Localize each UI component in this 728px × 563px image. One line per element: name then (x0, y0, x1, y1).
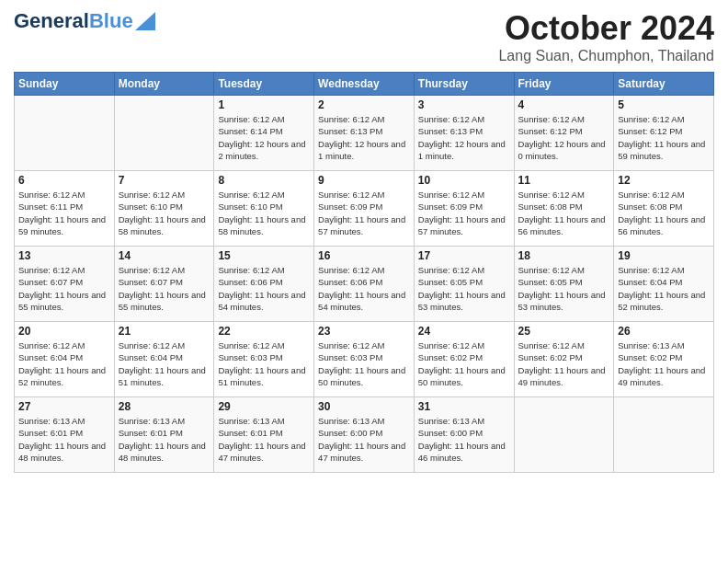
cell-info: Sunrise: 6:12 AM Sunset: 6:10 PM Dayligh… (119, 189, 210, 237)
col-sunday: Sunday (15, 73, 115, 96)
sunset: Sunset: 6:05 PM (418, 277, 483, 287)
day-number: 25 (518, 325, 610, 338)
cell-info: Sunrise: 6:13 AM Sunset: 6:01 PM Dayligh… (119, 415, 210, 464)
cell-info: Sunrise: 6:12 AM Sunset: 6:11 PM Dayligh… (18, 189, 110, 237)
day-number: 21 (119, 325, 210, 338)
day-number: 30 (318, 400, 410, 413)
day-number: 3 (418, 98, 510, 111)
cell-1-3: 9 Sunrise: 6:12 AM Sunset: 6:09 PM Dayli… (314, 171, 415, 247)
week-row-4: 27 Sunrise: 6:13 AM Sunset: 6:01 PM Dayl… (15, 397, 714, 473)
sunrise: Sunrise: 6:12 AM (218, 340, 284, 350)
sunrise: Sunrise: 6:13 AM (318, 416, 384, 426)
cell-0-0 (15, 96, 115, 171)
daylight: Daylight: 12 hours and 2 minutes. (218, 139, 305, 161)
daylight: Daylight: 11 hours and 55 minutes. (18, 290, 106, 312)
sunrise: Sunrise: 6:13 AM (218, 416, 284, 426)
cell-0-6: 5 Sunrise: 6:12 AM Sunset: 6:12 PM Dayli… (614, 96, 714, 171)
sunset: Sunset: 6:00 PM (418, 428, 483, 438)
sunrise: Sunrise: 6:12 AM (518, 340, 585, 350)
cell-info: Sunrise: 6:12 AM Sunset: 6:05 PM Dayligh… (518, 264, 610, 313)
day-number: 27 (18, 400, 110, 413)
week-row-2: 13 Sunrise: 6:12 AM Sunset: 6:07 PM Dayl… (15, 247, 714, 322)
cell-info: Sunrise: 6:12 AM Sunset: 6:02 PM Dayligh… (418, 339, 510, 388)
sunset: Sunset: 6:12 PM (618, 126, 682, 136)
cell-0-1 (114, 96, 214, 171)
sunrise: Sunrise: 6:12 AM (518, 114, 585, 124)
sunrise: Sunrise: 6:12 AM (318, 190, 384, 200)
sunrise: Sunrise: 6:12 AM (518, 265, 585, 275)
sunrise: Sunrise: 6:12 AM (119, 340, 185, 350)
sunset: Sunset: 6:04 PM (18, 352, 83, 362)
daylight: Daylight: 11 hours and 57 minutes. (418, 214, 506, 236)
cell-info: Sunrise: 6:12 AM Sunset: 6:13 PM Dayligh… (318, 113, 410, 162)
sunrise: Sunrise: 6:13 AM (119, 416, 185, 426)
cell-info: Sunrise: 6:12 AM Sunset: 6:12 PM Dayligh… (518, 113, 610, 162)
daylight: Daylight: 11 hours and 54 minutes. (218, 290, 305, 312)
cell-info: Sunrise: 6:13 AM Sunset: 6:00 PM Dayligh… (318, 415, 410, 464)
sunset: Sunset: 6:05 PM (518, 277, 583, 287)
daylight: Daylight: 11 hours and 59 minutes. (618, 139, 705, 161)
cell-info: Sunrise: 6:12 AM Sunset: 6:04 PM Dayligh… (18, 339, 110, 388)
sunset: Sunset: 6:08 PM (518, 201, 583, 212)
sunset: Sunset: 6:02 PM (418, 352, 483, 362)
sunset: Sunset: 6:12 PM (518, 126, 583, 136)
day-number: 19 (618, 249, 710, 262)
cell-info: Sunrise: 6:12 AM Sunset: 6:08 PM Dayligh… (518, 189, 610, 237)
sunrise: Sunrise: 6:12 AM (119, 190, 185, 200)
cell-2-1: 14 Sunrise: 6:12 AM Sunset: 6:07 PM Dayl… (114, 247, 214, 322)
day-number: 4 (518, 98, 610, 111)
sunset: Sunset: 6:13 PM (318, 126, 382, 136)
sunset: Sunset: 6:00 PM (318, 428, 382, 438)
sunset: Sunset: 6:02 PM (518, 352, 583, 362)
col-thursday: Thursday (414, 73, 514, 96)
col-friday: Friday (514, 73, 614, 96)
cell-2-0: 13 Sunrise: 6:12 AM Sunset: 6:07 PM Dayl… (15, 247, 115, 322)
sunrise: Sunrise: 6:12 AM (119, 265, 185, 275)
cell-3-5: 25 Sunrise: 6:12 AM Sunset: 6:02 PM Dayl… (514, 322, 614, 397)
daylight: Daylight: 11 hours and 52 minutes. (18, 365, 106, 387)
sunset: Sunset: 6:10 PM (218, 201, 282, 212)
cell-1-6: 12 Sunrise: 6:12 AM Sunset: 6:08 PM Dayl… (614, 171, 714, 247)
sunrise: Sunrise: 6:12 AM (318, 114, 384, 124)
week-row-0: 1 Sunrise: 6:12 AM Sunset: 6:14 PM Dayli… (15, 96, 714, 171)
day-number: 11 (518, 174, 610, 187)
cell-3-1: 21 Sunrise: 6:12 AM Sunset: 6:04 PM Dayl… (114, 322, 214, 397)
cell-4-2: 29 Sunrise: 6:13 AM Sunset: 6:01 PM Dayl… (214, 397, 314, 473)
main-container: General Blue October 2024 Lang Suan, Chu… (0, 0, 728, 477)
day-number: 31 (418, 400, 510, 413)
sunrise: Sunrise: 6:12 AM (418, 340, 484, 350)
cell-4-4: 31 Sunrise: 6:13 AM Sunset: 6:00 PM Dayl… (414, 397, 514, 473)
location-title: Lang Suan, Chumphon, Thailand (498, 48, 714, 64)
cell-4-0: 27 Sunrise: 6:13 AM Sunset: 6:01 PM Dayl… (15, 397, 115, 473)
col-tuesday: Tuesday (214, 73, 314, 96)
day-number: 15 (218, 249, 310, 262)
day-number: 2 (318, 98, 410, 111)
cell-0-2: 1 Sunrise: 6:12 AM Sunset: 6:14 PM Dayli… (214, 96, 314, 171)
cell-info: Sunrise: 6:12 AM Sunset: 6:02 PM Dayligh… (518, 339, 610, 388)
logo-blue: Blue (89, 9, 133, 33)
daylight: Daylight: 11 hours and 46 minutes. (418, 441, 506, 463)
sunset: Sunset: 6:07 PM (119, 277, 183, 287)
sunrise: Sunrise: 6:12 AM (618, 114, 684, 124)
header: General Blue October 2024 Lang Suan, Chu… (14, 9, 714, 64)
daylight: Daylight: 11 hours and 56 minutes. (618, 214, 705, 236)
daylight: Daylight: 11 hours and 55 minutes. (119, 290, 206, 312)
cell-info: Sunrise: 6:12 AM Sunset: 6:07 PM Dayligh… (119, 264, 210, 313)
cell-3-2: 22 Sunrise: 6:12 AM Sunset: 6:03 PM Dayl… (214, 322, 314, 397)
logo-general: General (14, 9, 89, 33)
sunset: Sunset: 6:01 PM (218, 428, 282, 438)
sunrise: Sunrise: 6:12 AM (318, 265, 384, 275)
cell-2-3: 16 Sunrise: 6:12 AM Sunset: 6:06 PM Dayl… (314, 247, 415, 322)
day-number: 18 (518, 249, 610, 262)
daylight: Daylight: 11 hours and 47 minutes. (218, 441, 305, 463)
cell-info: Sunrise: 6:12 AM Sunset: 6:03 PM Dayligh… (318, 339, 410, 388)
sunset: Sunset: 6:13 PM (418, 126, 483, 136)
cell-2-2: 15 Sunrise: 6:12 AM Sunset: 6:06 PM Dayl… (214, 247, 314, 322)
sunset: Sunset: 6:01 PM (18, 428, 83, 438)
day-number: 16 (318, 249, 410, 262)
daylight: Daylight: 12 hours and 1 minute. (318, 139, 405, 161)
sunset: Sunset: 6:11 PM (18, 201, 83, 212)
sunrise: Sunrise: 6:12 AM (618, 190, 684, 200)
cell-0-5: 4 Sunrise: 6:12 AM Sunset: 6:12 PM Dayli… (514, 96, 614, 171)
sunset: Sunset: 6:06 PM (218, 277, 282, 287)
